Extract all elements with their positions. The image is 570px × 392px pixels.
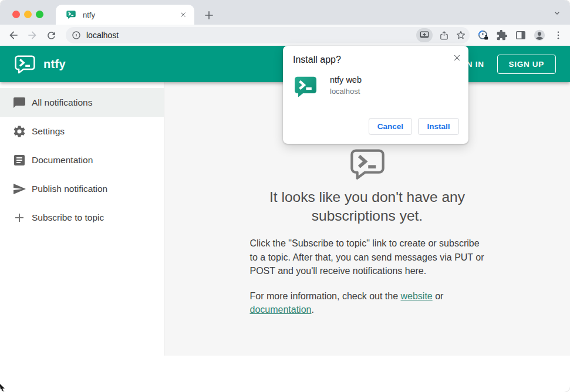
ntfy-logo-icon [14,55,36,74]
ntfy-app-icon [293,74,318,99]
tab-search-chevron-icon[interactable] [552,8,562,18]
window-controls [12,11,43,18]
article-icon [12,153,26,167]
browser-menu-icon[interactable] [551,28,565,42]
tab-favicon-ntfy-icon [66,9,76,20]
dialog-title: Install app? [293,55,458,65]
dialog-actions: Cancel Install [369,118,459,135]
empty-state-paragraph: Click the "Subscribe to topic" link to c… [250,236,485,278]
url-text: localhost [86,31,416,40]
forward-icon[interactable] [26,29,39,42]
dialog-close-icon[interactable] [451,52,462,63]
cancel-button[interactable]: Cancel [369,118,412,135]
fullscreen-window-button[interactable] [36,11,43,18]
reload-icon[interactable] [45,29,58,42]
sidebar-item-publish-notification[interactable]: Publish notification [0,174,164,203]
send-icon [12,182,26,196]
gear-icon [12,124,26,138]
tab-title: ntfy [83,11,178,19]
password-manager-extension-icon[interactable] [476,28,490,42]
sidebar-item-label: All notifications [32,97,92,108]
empty-state-heading: It looks like you don't have any subscri… [250,188,485,225]
sidebar-item-all-notifications[interactable]: All notifications [0,88,164,117]
sidebar-item-settings[interactable]: Settings [0,117,164,146]
install-button[interactable]: Install [418,118,459,135]
dialog-app-name: ntfy web [330,75,362,85]
bookmark-star-icon[interactable] [456,30,466,40]
browser-tab-ntfy[interactable]: ntfy [56,5,194,25]
share-icon[interactable] [439,31,449,40]
browser-window: ntfy localhost [0,0,570,392]
install-app-dialog: Install app? ntfy web localhost Cancel [283,46,468,144]
sidebar: All notifications Settings Documentation [0,82,164,356]
profile-avatar-icon[interactable] [532,28,547,42]
ntfy-logo-gray-icon [349,148,386,180]
dialog-app-row: ntfy web localhost [293,74,458,99]
links-text: For more information, check out the [250,291,401,301]
new-tab-button[interactable] [203,9,215,22]
website-link[interactable]: website [401,291,433,301]
sidebar-item-subscribe-to-topic[interactable]: Subscribe to topic [0,203,164,232]
sidebar-item-documentation[interactable]: Documentation [0,146,164,174]
browser-toolbar: localhost [0,25,570,46]
chat-bubble-icon [12,96,26,110]
side-panel-icon[interactable] [514,28,528,42]
tab-strip: ntfy [0,0,570,25]
sidebar-item-label: Documentation [32,155,93,165]
links-text: . [311,305,313,315]
site-info-icon[interactable] [72,31,81,40]
sidebar-item-label: Settings [32,126,65,137]
extensions-puzzle-icon[interactable] [495,28,509,42]
dialog-app-origin: localhost [330,87,362,96]
sidebar-item-label: Subscribe to topic [32,212,104,223]
plus-icon [12,211,26,225]
address-bar[interactable]: localhost [66,27,470,43]
documentation-link[interactable]: documentation [250,305,312,315]
minimize-window-button[interactable] [24,11,32,18]
sidebar-item-label: Publish notification [32,184,107,194]
extension-area [476,28,565,42]
app-title: ntfy [43,58,66,71]
empty-state-links-paragraph: For more information, check out the webs… [250,289,485,317]
tab-close-icon[interactable] [178,9,188,20]
close-window-button[interactable] [12,11,20,18]
back-icon[interactable] [7,29,20,42]
sign-up-button[interactable]: SIGN UP [497,55,556,74]
install-app-icon[interactable] [416,28,433,42]
links-text: or [433,291,444,301]
